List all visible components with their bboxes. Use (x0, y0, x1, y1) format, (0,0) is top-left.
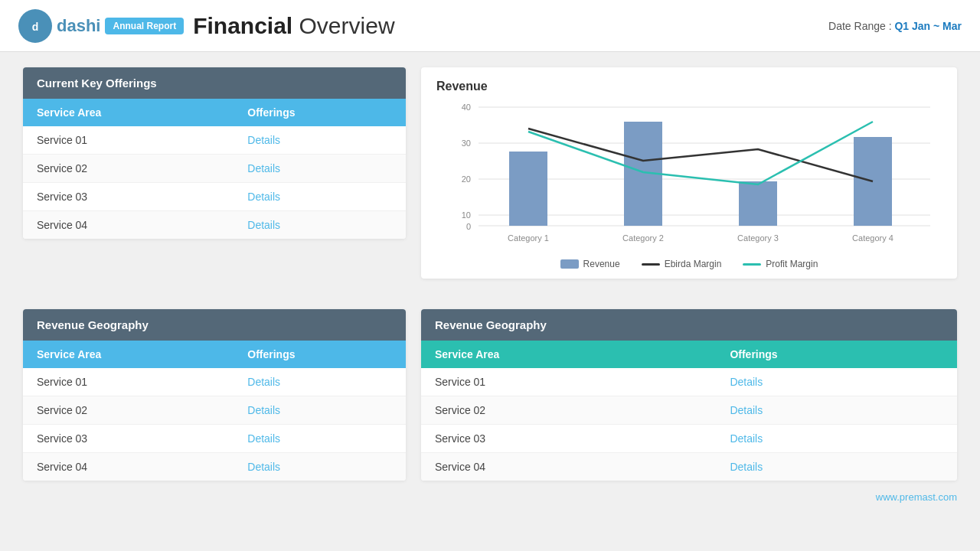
bottom-left-table: Service Area Offerings Service 01Details… (23, 341, 406, 481)
bottom-right-table: Service Area Offerings Service 01Details… (421, 341, 957, 481)
bottom-left-title: Revenue Geography (23, 309, 406, 341)
offerings-cell[interactable]: Details (716, 396, 957, 425)
table-row: Service 01Details (23, 126, 406, 155)
date-range-label: Date Range : (828, 20, 892, 32)
service-area-cell: Service 01 (23, 126, 234, 155)
offerings-cell[interactable]: Details (234, 211, 406, 240)
offerings-cell[interactable]: Details (234, 368, 406, 396)
footer: www.premast.com (0, 488, 980, 506)
svg-text:Category 3: Category 3 (737, 233, 779, 243)
current-key-offerings-thead: Service Area Offerings (23, 99, 406, 126)
bl-col-offerings: Offerings (234, 341, 406, 368)
br-col-offerings: Offerings (716, 341, 957, 368)
br-col-service-area: Service Area (421, 341, 716, 368)
svg-text:30: 30 (462, 139, 471, 148)
service-area-cell: Service 03 (23, 425, 234, 453)
bottom-row: Revenue Geography Service Area Offerings… (0, 309, 980, 488)
profit-line (528, 122, 873, 184)
legend-ebirda-label: Ebirda Margin (665, 259, 722, 269)
bottom-left-table-card: Revenue Geography Service Area Offerings… (23, 309, 406, 481)
svg-text:Category 1: Category 1 (508, 233, 549, 243)
offerings-cell[interactable]: Details (716, 425, 957, 453)
service-area-cell: Service 02 (421, 396, 716, 425)
date-range: Date Range : Q1 Jan ~ Mar (828, 20, 962, 32)
footer-url: www.premast.com (876, 491, 957, 503)
bottom-right-tbody: Service 01DetailsService 02DetailsServic… (421, 368, 957, 481)
table-row: Service 04Details (23, 453, 406, 481)
svg-text:20: 20 (462, 174, 471, 184)
ebirda-line (528, 129, 873, 181)
service-area-cell: Service 01 (23, 368, 234, 396)
bar-cat1 (509, 152, 547, 226)
legend-revenue-color (560, 259, 579, 269)
bottom-left-thead: Service Area Offerings (23, 341, 406, 368)
bottom-right-table-card: Revenue Geography Service Area Offerings… (421, 309, 957, 481)
service-area-cell: Service 04 (23, 453, 234, 481)
svg-text:0: 0 (466, 222, 471, 231)
offerings-cell[interactable]: Details (234, 453, 406, 481)
svg-text:Category 2: Category 2 (622, 233, 664, 243)
top-row: Current Key Offerings Service Area Offer… (0, 52, 980, 309)
legend-revenue-label: Revenue (583, 259, 620, 269)
table-row: Service 02Details (23, 396, 406, 425)
service-area-cell: Service 04 (421, 453, 716, 481)
revenue-chart-svg: 40 30 20 10 0 (436, 99, 942, 253)
table-row: Service 03Details (23, 425, 406, 453)
offerings-cell[interactable]: Details (234, 126, 406, 155)
header-left: d dashi Annual Report Financial Overview (18, 9, 395, 43)
current-key-offerings-data: Service Area Offerings Service 01Details… (23, 99, 406, 239)
service-area-cell: Service 02 (23, 155, 234, 183)
logo-text: dashi (57, 16, 100, 36)
offerings-cell[interactable]: Details (234, 425, 406, 453)
offerings-cell[interactable]: Details (234, 183, 406, 211)
header: d dashi Annual Report Financial Overview… (0, 0, 980, 52)
offerings-cell[interactable]: Details (716, 453, 957, 481)
service-area-cell: Service 02 (23, 396, 234, 425)
service-area-cell: Service 04 (23, 211, 234, 240)
svg-text:Category 4: Category 4 (852, 233, 893, 243)
offerings-cell[interactable]: Details (234, 396, 406, 425)
revenue-chart-card: Revenue 40 30 20 10 0 (421, 67, 957, 279)
service-area-cell: Service 03 (23, 183, 234, 211)
bottom-left-tbody: Service 01DetailsService 02DetailsServic… (23, 368, 406, 481)
table-row: Service 02Details (23, 155, 406, 183)
current-key-offerings-card: Current Key Offerings Service Area Offer… (23, 67, 406, 279)
table-row: Service 04Details (421, 453, 957, 481)
chart-container: 40 30 20 10 0 (436, 99, 942, 253)
bottom-right-thead: Service Area Offerings (421, 341, 957, 368)
annual-report-badge: Annual Report (105, 18, 184, 34)
service-area-cell: Service 03 (421, 425, 716, 453)
bottom-right-title: Revenue Geography (421, 309, 957, 341)
legend-profit: Profit Margin (743, 259, 818, 269)
svg-text:d: d (32, 21, 39, 33)
legend-revenue: Revenue (560, 259, 620, 269)
table-row: Service 03Details (23, 183, 406, 211)
service-area-cell: Service 01 (421, 368, 716, 396)
bar-cat3 (739, 181, 777, 226)
legend-profit-label: Profit Margin (766, 259, 818, 269)
logo-icon: d (18, 9, 52, 43)
current-key-offerings-tbody: Service 01DetailsService 02DetailsServic… (23, 126, 406, 239)
current-key-offerings-table: Current Key Offerings Service Area Offer… (23, 67, 406, 239)
chart-title: Revenue (436, 80, 942, 93)
legend-ebirda-color (642, 263, 660, 266)
page-title: Financial Overview (193, 13, 394, 39)
bl-col-service-area: Service Area (23, 341, 234, 368)
current-key-offerings-title: Current Key Offerings (23, 67, 406, 99)
offerings-cell[interactable]: Details (716, 368, 957, 396)
col-offerings: Offerings (234, 99, 406, 126)
col-service-area: Service Area (23, 99, 234, 126)
date-range-value: Q1 Jan ~ Mar (894, 20, 962, 32)
table-row: Service 02Details (421, 396, 957, 425)
table-row: Service 03Details (421, 425, 957, 453)
chart-legend: Revenue Ebirda Margin Profit Margin (436, 259, 942, 269)
svg-text:10: 10 (462, 210, 471, 220)
table-row: Service 01Details (421, 368, 957, 396)
logo-container: d dashi Annual Report (18, 9, 184, 43)
table-row: Service 04Details (23, 211, 406, 240)
table-row: Service 01Details (23, 368, 406, 396)
legend-profit-color (743, 263, 761, 266)
offerings-cell[interactable]: Details (234, 155, 406, 183)
legend-ebirda: Ebirda Margin (642, 259, 722, 269)
svg-text:40: 40 (462, 103, 471, 112)
